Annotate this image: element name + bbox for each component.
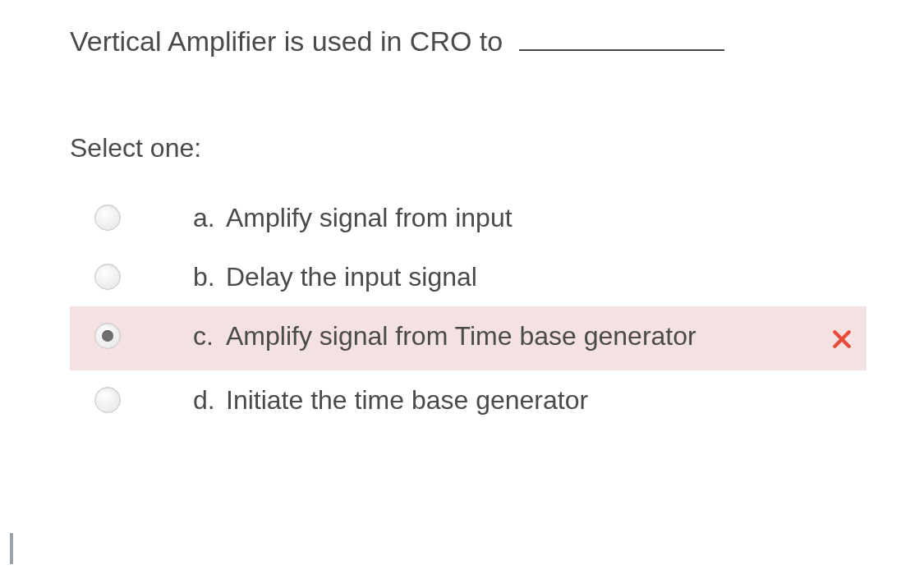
options-list: a. Amplify signal from input b. Delay th…	[70, 188, 867, 430]
option-letter: b.	[193, 257, 226, 296]
option-letter: a.	[193, 198, 226, 237]
radio-a[interactable]	[94, 204, 121, 231]
option-d[interactable]: d. Initiate the time base generator	[70, 370, 867, 430]
option-b[interactable]: b. Delay the input signal	[70, 247, 867, 306]
option-d-body: d. Initiate the time base generator	[193, 380, 825, 420]
option-a-body: a. Amplify signal from input	[193, 198, 825, 237]
option-text-label: Delay the input signal	[226, 257, 825, 296]
select-prompt: Select one:	[70, 133, 867, 163]
text-caret	[10, 533, 13, 564]
option-c-mark	[825, 321, 858, 361]
option-text-label: Amplify signal from input	[226, 198, 825, 237]
question-text: Vertical Amplifier is used in CRO to	[70, 25, 503, 57]
option-c-body: c. Amplify signal from Time base generat…	[193, 316, 825, 356]
option-letter: d.	[193, 380, 226, 420]
option-text-label: Amplify signal from Time base generator	[226, 316, 825, 356]
radio-b[interactable]	[94, 264, 121, 290]
option-letter: c.	[193, 316, 226, 356]
cross-icon	[831, 321, 853, 361]
radio-c[interactable]	[94, 323, 121, 349]
option-b-body: b. Delay the input signal	[193, 257, 825, 296]
radio-d[interactable]	[94, 387, 121, 413]
option-text-label: Initiate the time base generator	[226, 380, 825, 420]
option-a[interactable]: a. Amplify signal from input	[70, 188, 867, 247]
question-stem: Vertical Amplifier is used in CRO to	[70, 23, 867, 59]
option-c[interactable]: c. Amplify signal from Time base generat…	[70, 306, 867, 370]
question-blank	[519, 49, 724, 51]
